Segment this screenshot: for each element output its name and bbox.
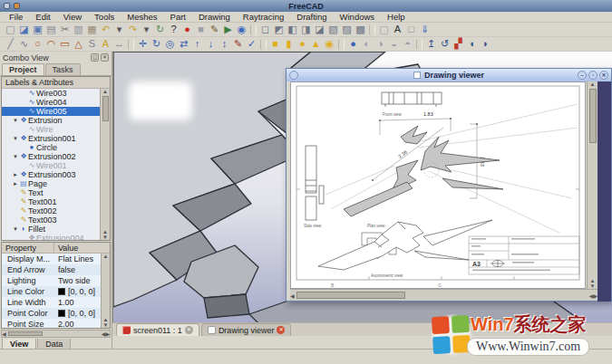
expand-arrow-icon[interactable] — [12, 170, 19, 179]
property-row[interactable]: Display M... Flat Lines — [2, 254, 101, 264]
property-row[interactable]: Line Width 1.00 — [2, 297, 101, 308]
macro-edit-icon[interactable]: ✎ — [208, 24, 221, 36]
tree-item[interactable]: ● Circle — [2, 143, 100, 152]
part-torus-icon[interactable]: ◉ — [323, 38, 336, 51]
draft-text-icon[interactable]: A — [99, 38, 112, 51]
window-titlebar[interactable]: FreeCAD — [0, 0, 612, 12]
undo-dropdown-icon[interactable]: ▾ — [112, 24, 126, 36]
tree-item[interactable]: ❖ Extrusion002 — [2, 152, 100, 161]
part-sphere-icon[interactable]: ● — [296, 38, 309, 51]
scrollbar-thumb[interactable] — [8, 331, 43, 336]
tree-item[interactable]: ✎ Text002 — [2, 206, 100, 216]
refresh-icon[interactable]: ↻ — [153, 24, 167, 36]
menu-item[interactable]: Help — [381, 12, 412, 23]
drawing-viewer-titlebar[interactable]: Drawing viewer ‒ ▫ ✕ — [287, 69, 611, 81]
draft-upgrade-icon[interactable]: ↑ — [190, 38, 204, 51]
draft-edit-icon[interactable]: ✎ — [231, 38, 245, 51]
expand-arrow-icon[interactable] — [12, 225, 19, 234]
draft-circle-icon[interactable]: ○ — [31, 38, 44, 51]
part-mirror-icon[interactable]: ▞ — [452, 38, 465, 51]
scroll-up-icon[interactable]: ▲ — [102, 89, 108, 94]
draft-move-icon[interactable]: ✛ — [136, 38, 150, 51]
property-value[interactable]: 2.00 — [54, 319, 101, 329]
draft-scale-icon[interactable]: ↕ — [218, 38, 231, 51]
redo-icon[interactable]: ↷ — [126, 24, 140, 36]
draft-rectangle-icon[interactable]: ▭ — [58, 38, 72, 51]
macro-record-icon[interactable]: ● — [180, 24, 194, 36]
viewer-vertical-scrollbar[interactable]: ▲ ▲ ▼ — [587, 81, 597, 289]
draft-rotate-icon[interactable]: ↻ — [150, 38, 163, 51]
minimize-icon[interactable]: ‒ — [578, 71, 587, 80]
export-page-icon[interactable]: ⇓ — [418, 24, 432, 36]
scroll-right-icon[interactable]: ▶ — [105, 330, 110, 337]
tree-item[interactable]: ✎ Text001 — [2, 197, 100, 206]
menu-item[interactable]: Meshes — [121, 12, 163, 23]
scroll-left-icon[interactable]: ◀ — [290, 292, 295, 299]
open-file-icon[interactable]: ◪ — [17, 24, 31, 36]
mdi-tab-close-icon[interactable]: ✕ — [277, 326, 285, 334]
tree-item[interactable]: ∿ Wire003 — [2, 89, 100, 98]
draft-offset-icon[interactable]: ◎ — [163, 38, 177, 51]
property-value[interactable]: false — [54, 264, 101, 275]
scrollbar-thumb[interactable] — [589, 89, 597, 143]
expand-arrow-icon[interactable] — [12, 152, 19, 161]
part-section-icon[interactable]: ◓ — [401, 38, 414, 51]
scroll-right-icon[interactable]: ▶ — [593, 292, 597, 299]
tree-item[interactable]: ∿ Wire005 — [2, 107, 100, 116]
mdi-window-tab[interactable]: Drawing viewer ✕ — [201, 323, 292, 336]
tree-scrollbar[interactable]: ▲ ▲ ▼ — [100, 89, 110, 240]
drawing-sheet[interactable]: B G Front view — [290, 81, 586, 289]
viewer-horizontal-scrollbar[interactable]: ◀ ◀ ▶ — [290, 289, 597, 301]
tree-item[interactable]: ✎ Text — [2, 188, 100, 197]
whats-this-icon[interactable]: ? — [167, 24, 180, 36]
menu-item[interactable]: Tools — [88, 12, 121, 23]
tree-item[interactable]: ❖ Extrusion003 — [2, 170, 100, 179]
draft-dimension-icon[interactable]: ↔ — [112, 38, 126, 51]
scrollbar-thumb[interactable] — [296, 292, 405, 299]
view-rear-icon[interactable]: ▧ — [326, 24, 340, 36]
menu-item[interactable]: File — [3, 12, 29, 23]
menu-item[interactable]: Drawing — [192, 12, 237, 23]
expand-arrow-icon[interactable] — [12, 179, 19, 188]
viewer-window-menu-icon[interactable] — [289, 71, 298, 80]
part-chamfer-icon[interactable]: ◗ — [479, 38, 492, 51]
expand-arrow-icon[interactable] — [12, 134, 19, 143]
draft-polygon-icon[interactable]: △ — [72, 38, 85, 51]
new-file-icon[interactable]: ▢ — [4, 24, 17, 36]
property-scrollbar[interactable]: ▲ ▲ ▼ — [101, 254, 110, 328]
redo-dropdown-icon[interactable]: ▾ — [140, 24, 153, 36]
part-boolean-icon[interactable]: ● — [346, 38, 360, 51]
part-cylinder-icon[interactable]: ▮ — [282, 38, 296, 51]
menu-item[interactable]: Drafting — [290, 12, 333, 23]
scroll-up-icon[interactable]: ▲ — [590, 81, 596, 87]
tree-item[interactable]: ∿ Wire — [2, 125, 100, 134]
draft-bspline-icon[interactable]: S — [85, 38, 99, 51]
tree-item[interactable]: ✎ Text003 — [2, 216, 100, 225]
property-row[interactable]: Point Color [0, 0, 0] — [2, 308, 101, 319]
scrollbar-thumb[interactable] — [102, 96, 109, 121]
float-panel-icon[interactable]: ◻ — [91, 53, 99, 62]
save-icon[interactable]: ▣ — [31, 24, 44, 36]
tree-item[interactable]: ❖ Extrusion — [2, 116, 100, 125]
draft-apply-style-icon[interactable]: ✓ — [245, 38, 258, 51]
property-value[interactable]: [0, 0, 0] — [54, 286, 101, 297]
view-right-icon[interactable]: ◪ — [313, 24, 326, 36]
macro-stop-icon[interactable]: ■ — [194, 24, 208, 36]
menu-item[interactable]: Raytracing — [237, 12, 290, 23]
view-axonometric-icon[interactable]: ◩ — [272, 24, 286, 36]
menu-item[interactable]: Windows — [334, 12, 382, 23]
property-value[interactable]: Two side — [54, 275, 101, 286]
mdi-window-tab[interactable]: screen011 : 1 ✕ — [116, 323, 199, 336]
tree-item[interactable]: ∿ Wire001 — [2, 161, 100, 170]
view-fit-all-icon[interactable]: ◻ — [258, 24, 272, 36]
tree-item[interactable]: ◗ Fillet — [2, 225, 100, 234]
undo-icon[interactable]: ↶ — [99, 24, 112, 36]
close-panel-icon[interactable]: ✕ — [101, 53, 109, 62]
part-common-icon[interactable]: ◑ — [374, 38, 387, 51]
view-left-icon[interactable]: ▩ — [354, 24, 367, 36]
property-value[interactable]: 1.00 — [54, 297, 101, 308]
draft-trimex-icon[interactable]: ⇄ — [177, 38, 190, 51]
combo-view-tab[interactable]: Project — [2, 63, 44, 75]
tree-item[interactable]: ❖ Extrusion001 — [2, 134, 100, 143]
mdi-tab-close-icon[interactable]: ✕ — [185, 326, 193, 334]
